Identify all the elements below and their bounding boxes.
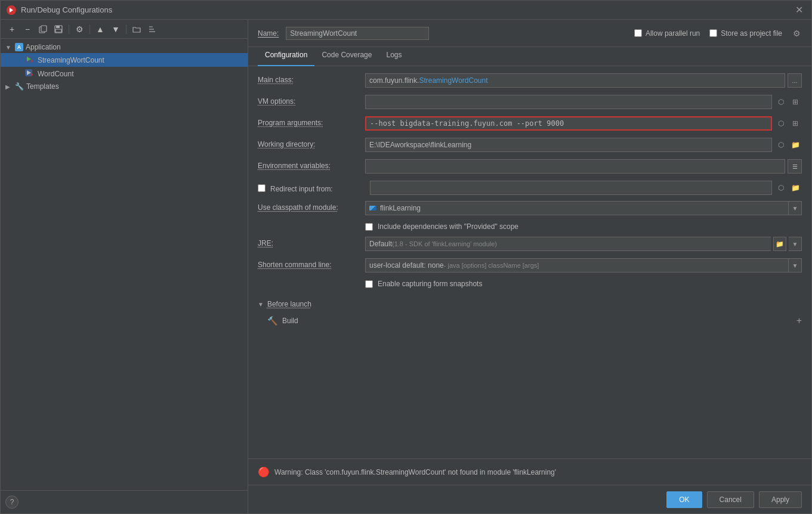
working-dir-expand-btn[interactable]: ⬡ bbox=[774, 138, 788, 151]
args-macro-btn[interactable]: ⊞ bbox=[789, 117, 802, 130]
title-bar: Run/Debug Configurations ✕ bbox=[1, 1, 811, 20]
application-group[interactable]: ▼ A Application bbox=[1, 41, 248, 53]
include-deps-checkbox[interactable] bbox=[365, 223, 373, 231]
classpath-label: Use classpath of module: bbox=[258, 201, 365, 212]
jre-label: JRE: bbox=[258, 237, 365, 247]
warning-icon: 🔴 bbox=[258, 466, 270, 478]
jre-dropdown-arrow[interactable]: ▼ bbox=[789, 237, 802, 251]
enable-snapshots-label: Enable capturing form snapshots bbox=[378, 280, 482, 288]
expand-arrow: ▼ bbox=[5, 44, 13, 51]
vm-expand-btn[interactable]: ⬡ bbox=[774, 95, 788, 109]
tab-logs[interactable]: Logs bbox=[379, 47, 409, 66]
main-class-label: Main class: bbox=[258, 73, 365, 84]
svg-rect-2 bbox=[41, 26, 47, 32]
help-button[interactable]: ? bbox=[5, 496, 18, 509]
sort-button[interactable] bbox=[146, 23, 159, 36]
settings-button[interactable]: ⚙ bbox=[73, 23, 86, 36]
vm-macro-btn[interactable]: ⊞ bbox=[789, 95, 802, 109]
svg-marker-0 bbox=[10, 8, 13, 13]
tab-code-coverage[interactable]: Code Coverage bbox=[314, 47, 379, 66]
env-vars-browse-btn[interactable]: ☰ bbox=[788, 159, 802, 174]
warning-text: Warning: Class 'com.fuyun.flink.Streamin… bbox=[274, 468, 556, 476]
module-icon bbox=[369, 206, 376, 210]
shorten-cmd-detail: - java [options] className [args] bbox=[444, 262, 539, 269]
working-dir-row: Working directory: ⬡ 📁 bbox=[258, 138, 802, 153]
redirect-label: Redirect input from: bbox=[270, 182, 333, 193]
working-dir-input[interactable] bbox=[365, 138, 772, 152]
env-vars-input[interactable] bbox=[365, 159, 785, 174]
before-launch-section: ▼ Before launch bbox=[258, 298, 802, 308]
move-down-button[interactable]: ▼ bbox=[109, 23, 122, 36]
right-panel: Name: Allow parallel run Store as projec… bbox=[248, 20, 811, 513]
wordcount-item[interactable]: ✕ WordCount bbox=[1, 67, 248, 80]
store-project-checkbox[interactable] bbox=[709, 29, 717, 37]
run-config-icon: ✕ bbox=[24, 55, 33, 65]
config-gear-button[interactable]: ⚙ bbox=[792, 27, 802, 39]
vm-options-input[interactable] bbox=[365, 95, 772, 109]
before-launch-label: Before launch bbox=[267, 300, 311, 308]
shorten-cmd-value: user-local default: none bbox=[369, 261, 444, 270]
allow-parallel-group: Allow parallel run bbox=[634, 29, 700, 38]
configuration-tree: ▼ A Application ✕ Streamin bbox=[1, 39, 248, 490]
tabs-bar: Configuration Code Coverage Logs bbox=[248, 47, 811, 66]
app-icon bbox=[7, 5, 16, 15]
application-label: Application bbox=[26, 43, 243, 51]
redirect-folder-btn[interactable]: 📁 bbox=[789, 181, 802, 194]
copy-button[interactable] bbox=[36, 23, 50, 36]
allow-parallel-label: Allow parallel run bbox=[646, 29, 700, 38]
build-icon: 🔨 bbox=[267, 316, 277, 326]
bottom-bar: OK Cancel Apply bbox=[248, 485, 811, 513]
save-button[interactable] bbox=[52, 23, 65, 36]
classpath-value: flinkLearning bbox=[380, 204, 785, 212]
redirect-checkbox[interactable] bbox=[258, 184, 265, 192]
allow-parallel-checkbox[interactable] bbox=[634, 29, 642, 37]
svg-rect-4 bbox=[56, 26, 60, 28]
main-class-browse-btn[interactable]: … bbox=[788, 73, 802, 88]
wordcount-label: WordCount bbox=[38, 70, 243, 78]
name-input[interactable] bbox=[286, 27, 429, 40]
build-label: Build bbox=[282, 317, 792, 325]
args-expand-btn[interactable]: ⬡ bbox=[774, 117, 788, 130]
program-args-input[interactable] bbox=[365, 116, 772, 131]
redirect-expand-btn[interactable]: ⬡ bbox=[774, 181, 788, 194]
store-project-group: Store as project file bbox=[709, 29, 782, 38]
streaming-label: StreamingWortCount bbox=[38, 56, 243, 64]
streaming-item[interactable]: ✕ StreamingWortCount bbox=[1, 53, 248, 67]
left-toolbar: + − ⚙ ▲ bbox=[1, 20, 248, 39]
include-deps-label: Include dependencies with "Provided" sco… bbox=[378, 222, 518, 231]
enable-snapshots-checkbox[interactable] bbox=[365, 280, 373, 288]
before-launch-add-btn[interactable]: + bbox=[796, 315, 802, 326]
ok-button[interactable]: OK bbox=[666, 491, 702, 508]
tab-configuration[interactable]: Configuration bbox=[258, 47, 314, 66]
templates-item[interactable]: ▶ 🔧 Templates bbox=[1, 80, 248, 92]
jre-folder-btn[interactable]: 📁 bbox=[773, 237, 786, 251]
templates-arrow: ▶ bbox=[5, 83, 13, 90]
vm-options-row: VM options: ⬡ ⊞ bbox=[258, 95, 802, 110]
folder-button[interactable] bbox=[130, 23, 143, 36]
svg-rect-5 bbox=[55, 29, 61, 32]
add-button[interactable]: + bbox=[5, 23, 18, 36]
shorten-cmd-dropdown-arrow[interactable]: ▼ bbox=[789, 258, 802, 273]
program-args-label: Program arguments: bbox=[258, 116, 365, 127]
classpath-row: Use classpath of module: flinkLearning ▼ bbox=[258, 201, 802, 216]
wrench-icon: 🔧 bbox=[15, 82, 24, 91]
remove-button[interactable]: − bbox=[21, 23, 34, 36]
redirect-input[interactable] bbox=[370, 181, 772, 195]
working-dir-folder-btn[interactable]: 📁 bbox=[789, 138, 802, 151]
svg-text:✕: ✕ bbox=[30, 73, 33, 77]
jre-row: JRE: Default (1.8 - SDK of 'flinkLearnin… bbox=[258, 237, 802, 252]
apply-button[interactable]: Apply bbox=[759, 491, 802, 508]
move-up-button[interactable]: ▲ bbox=[94, 23, 107, 36]
enable-snapshots-row: Enable capturing form snapshots bbox=[258, 280, 802, 288]
build-item: 🔨 Build + bbox=[258, 313, 802, 329]
name-label: Name: bbox=[258, 29, 279, 38]
classpath-dropdown-arrow[interactable]: ▼ bbox=[789, 201, 802, 215]
vm-options-label: VM options: bbox=[258, 95, 365, 106]
working-dir-label: Working directory: bbox=[258, 138, 365, 148]
main-class-row: Main class: com.fuyun.flink.StreamingWor… bbox=[258, 73, 802, 89]
main-class-prefix: com.fuyun.flink. bbox=[369, 76, 419, 85]
cancel-button[interactable]: Cancel bbox=[707, 491, 754, 508]
templates-label: Templates bbox=[26, 82, 243, 91]
close-button[interactable]: ✕ bbox=[793, 4, 805, 16]
before-launch-arrow: ▼ bbox=[258, 301, 264, 308]
